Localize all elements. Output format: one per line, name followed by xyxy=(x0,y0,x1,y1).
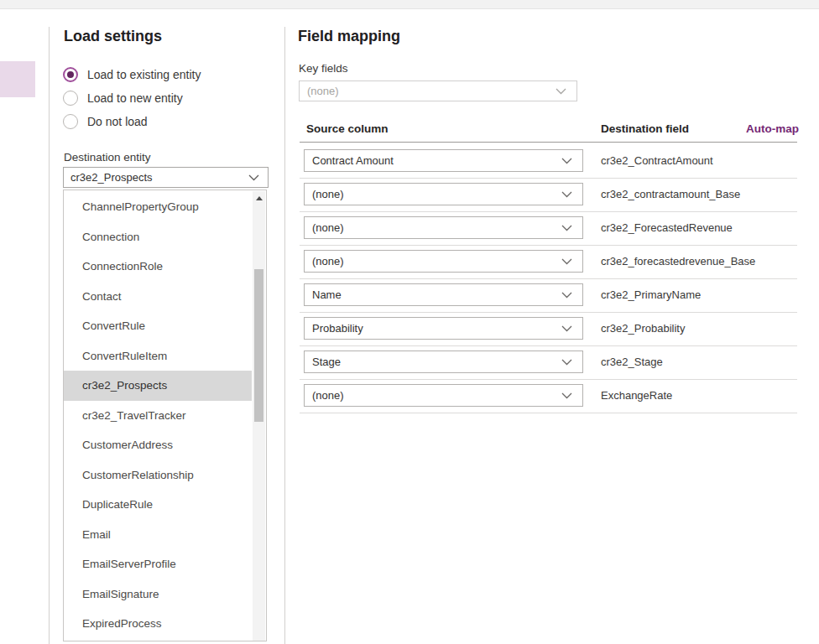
source-column-dropdown[interactable]: Name xyxy=(304,283,583,306)
load-option-radio[interactable]: Load to existing entity xyxy=(63,63,273,86)
key-fields-dropdown[interactable]: (none) xyxy=(299,80,577,101)
entity-list-item[interactable]: cr3e2_TravelTracker xyxy=(64,401,252,431)
source-column-value: Stage xyxy=(312,356,341,368)
radio-label: Load to new entity xyxy=(87,91,183,105)
entity-list-item[interactable]: DuplicateRule xyxy=(64,490,252,520)
row-divider xyxy=(300,211,797,212)
radio-button-icon[interactable] xyxy=(63,67,78,82)
load-option-radio[interactable]: Load to new entity xyxy=(63,86,273,110)
chevron-down-icon xyxy=(561,225,572,231)
source-column-header: Source column xyxy=(306,122,389,135)
auto-map-link[interactable]: Auto-map xyxy=(713,122,799,135)
destination-entity-dropdown[interactable]: cr3e2_Prospects xyxy=(63,167,269,188)
entity-list-item[interactable]: ConvertRule xyxy=(64,311,252,341)
entity-list: ChannelPropertyGroupConnectionConnection… xyxy=(64,192,252,639)
panel-divider-middle xyxy=(284,27,285,644)
table-header-divider xyxy=(300,142,797,143)
source-column-dropdown[interactable]: Probability xyxy=(304,317,583,340)
entity-list-item[interactable]: cr3e2_Prospects xyxy=(64,371,252,401)
chevron-down-icon xyxy=(556,88,566,95)
entity-list-item[interactable]: CustomerAddress xyxy=(64,430,252,460)
source-column-dropdown[interactable]: (none) xyxy=(304,384,583,407)
source-column-dropdown[interactable]: Contract Amount xyxy=(304,149,583,172)
panel-divider-left xyxy=(49,27,50,644)
load-options-radio-group: Load to existing entity Load to new enti… xyxy=(63,63,273,133)
row-divider xyxy=(300,345,797,346)
row-divider xyxy=(300,379,797,380)
mapping-row: Stage cr3e2_Stage xyxy=(300,350,797,383)
destination-field-value: cr3e2_PrimaryName xyxy=(601,283,701,306)
key-fields-label: Key fields xyxy=(299,62,348,75)
chevron-down-icon xyxy=(561,158,572,164)
chevron-down-icon xyxy=(561,258,572,265)
row-divider xyxy=(300,413,797,413)
source-column-value: Probability xyxy=(312,322,363,335)
entity-list-item[interactable]: EmailServerProfile xyxy=(64,549,252,579)
mapping-row: (none) cr3e2_forecastedrevenue_Base xyxy=(300,249,797,283)
destination-field-value: cr3e2_ForecastedRevenue xyxy=(601,216,733,239)
mapping-row: Name cr3e2_PrimaryName xyxy=(300,283,797,316)
destination-entity-label: Destination entity xyxy=(64,151,151,164)
chevron-down-icon xyxy=(561,325,572,332)
source-column-value: Name xyxy=(312,288,342,301)
destination-field-value: cr3e2_forecastedrevenue_Base xyxy=(601,250,755,273)
source-column-value: Contract Amount xyxy=(312,154,394,167)
source-column-dropdown[interactable]: (none) xyxy=(304,250,583,273)
field-mapping-rows: Contract Amount cr3e2_ContractAmount (no… xyxy=(300,148,797,417)
source-column-dropdown[interactable]: (none) xyxy=(304,183,583,205)
scrollbar-thumb[interactable] xyxy=(254,269,263,422)
destination-entity-value: cr3e2_Prospects xyxy=(70,171,153,184)
mapping-row: Probability cr3e2_Probability xyxy=(300,316,797,350)
entity-list-item[interactable]: ConnectionRole xyxy=(64,252,252,282)
entity-list-item[interactable]: ConvertRuleItem xyxy=(64,341,252,371)
load-option-radio[interactable]: Do not load xyxy=(63,110,273,133)
top-bar xyxy=(0,0,819,9)
destination-field-header: Destination field xyxy=(601,122,689,135)
row-divider xyxy=(300,178,797,179)
source-column-value: (none) xyxy=(312,188,344,200)
mapping-row: Contract Amount cr3e2_ContractAmount xyxy=(300,148,797,182)
mapping-row: (none) ExchangeRate xyxy=(300,383,797,417)
entity-list-item[interactable]: ChannelPropertyGroup xyxy=(64,192,252,222)
source-column-value: (none) xyxy=(312,255,344,267)
destination-field-value: ExchangeRate xyxy=(601,384,672,407)
entity-list-item[interactable]: EmailSignature xyxy=(64,579,252,610)
destination-field-value: cr3e2_contractamount_Base xyxy=(601,183,740,205)
row-divider xyxy=(300,245,797,246)
row-divider xyxy=(300,312,797,313)
destination-field-value: cr3e2_Stage xyxy=(601,351,663,373)
entity-list-item[interactable]: Connection xyxy=(64,222,252,252)
entity-list-item[interactable]: Contact xyxy=(64,282,252,312)
entity-list-item[interactable]: ExpiredProcess xyxy=(64,609,252,639)
chevron-down-icon xyxy=(561,191,572,198)
destination-field-value: cr3e2_Probability xyxy=(601,317,685,340)
chevron-down-icon xyxy=(561,292,572,299)
radio-label: Load to existing entity xyxy=(87,68,201,81)
chevron-down-icon xyxy=(561,392,572,399)
source-column-dropdown[interactable]: Stage xyxy=(304,351,583,373)
radio-button-icon[interactable] xyxy=(63,91,78,106)
radio-label: Do not load xyxy=(87,115,148,128)
source-column-dropdown[interactable]: (none) xyxy=(304,216,583,239)
entity-list-scrollbar[interactable] xyxy=(253,191,265,641)
load-settings-title: Load settings xyxy=(64,28,162,45)
key-fields-value: (none) xyxy=(307,85,339,97)
entity-listbox: ChannelPropertyGroupConnectionConnection… xyxy=(63,190,267,641)
row-divider xyxy=(300,278,797,279)
field-mapping-title: Field mapping xyxy=(298,28,400,45)
entity-list-item[interactable]: CustomerRelationship xyxy=(64,460,252,491)
entity-list-item[interactable]: Email xyxy=(64,520,252,550)
chevron-down-icon xyxy=(561,359,572,366)
destination-field-value: cr3e2_ContractAmount xyxy=(601,149,713,172)
nav-remnant-block xyxy=(0,61,35,97)
mapping-row: (none) cr3e2_contractamount_Base xyxy=(300,182,797,216)
radio-button-icon[interactable] xyxy=(63,114,78,129)
source-column-value: (none) xyxy=(312,389,344,402)
mapping-row: (none) cr3e2_ForecastedRevenue xyxy=(300,216,797,249)
scroll-up-arrow-icon[interactable] xyxy=(253,191,265,205)
source-column-value: (none) xyxy=(312,221,344,234)
chevron-down-icon xyxy=(248,174,259,181)
